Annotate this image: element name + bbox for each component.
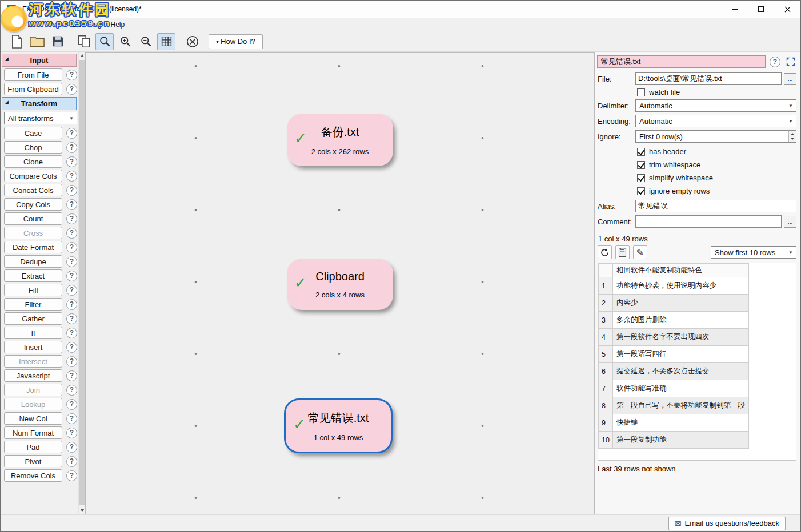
transform-button-gather[interactable]: Gather: [4, 312, 62, 325]
help-icon[interactable]: ?: [66, 156, 77, 167]
preview-table-viewport[interactable]: 相同软件不能复制功能特色 1功能特色抄袭，使用说明内容少2内容少3多余的图片删除…: [598, 263, 796, 461]
spin-down-icon[interactable]: [789, 136, 796, 142]
transform-button-if[interactable]: If: [4, 327, 62, 339]
help-icon[interactable]: ?: [66, 470, 77, 481]
transform-button-concat-cols[interactable]: Concat Cols: [4, 184, 62, 196]
transform-button-intersect[interactable]: Intersect: [4, 355, 62, 368]
transform-button-javascript[interactable]: Javascript: [4, 369, 62, 382]
trim-whitespace-checkbox[interactable]: [637, 161, 645, 169]
alias-input[interactable]: [635, 200, 796, 212]
transform-filter-select[interactable]: All transforms ▼: [4, 112, 77, 124]
feedback-button[interactable]: ✉ Email us questions/feedback: [668, 517, 786, 530]
transform-button-chop[interactable]: Chop: [4, 141, 62, 154]
encoding-select[interactable]: Automatic ▼: [635, 115, 796, 127]
simplify-whitespace-checkbox[interactable]: [637, 174, 645, 182]
transform-button-case[interactable]: Case: [4, 127, 62, 139]
file-browse-button[interactable]: ...: [784, 73, 796, 85]
help-icon[interactable]: ?: [66, 356, 77, 367]
transform-button-num-format[interactable]: Num Format: [4, 426, 62, 439]
help-icon[interactable]: ?: [66, 213, 77, 224]
grid-toggle-button[interactable]: [157, 33, 175, 50]
comment-input[interactable]: [635, 215, 782, 228]
canvas-node[interactable]: ✓常见错误.txt1 col x 49 rows: [284, 398, 393, 453]
help-icon[interactable]: ?: [66, 142, 77, 153]
help-icon[interactable]: ?: [66, 256, 77, 267]
zoom-button[interactable]: [95, 33, 114, 50]
transform-button-filter[interactable]: Filter: [4, 298, 62, 311]
ignore-rows-spinner[interactable]: First 0 row(s): [635, 130, 796, 143]
input-button-from-file[interactable]: From File: [4, 68, 62, 81]
scroll-down-icon[interactable]: [79, 507, 85, 514]
input-section-header[interactable]: ◢ Input: [2, 54, 77, 67]
zoom-in-button[interactable]: [116, 33, 134, 50]
help-icon[interactable]: ?: [66, 128, 77, 139]
transform-button-pad[interactable]: Pad: [4, 441, 62, 453]
how-do-i-button[interactable]: ▾ How Do I?: [209, 34, 263, 49]
save-button[interactable]: [49, 33, 67, 50]
transform-button-new-col[interactable]: New Col: [4, 412, 62, 425]
transform-button-extract[interactable]: Extract: [4, 269, 62, 282]
help-icon[interactable]: ?: [66, 442, 77, 453]
help-icon[interactable]: ?: [66, 328, 77, 338]
copy-button[interactable]: [75, 33, 93, 50]
transform-button-copy-cols[interactable]: Copy Cols: [4, 198, 62, 211]
open-file-button[interactable]: [28, 33, 46, 50]
transform-button-compare-cols[interactable]: Compare Cols: [4, 170, 62, 182]
transform-button-pivot[interactable]: Pivot: [4, 455, 62, 467]
help-icon[interactable]: ?: [66, 84, 77, 95]
help-icon[interactable]: ?: [770, 57, 780, 67]
sidebar-scrollbar[interactable]: [78, 52, 85, 514]
input-button-from-clipboard[interactable]: From Clipboard: [4, 83, 62, 95]
cancel-button[interactable]: [183, 33, 202, 50]
minimize-button[interactable]: [722, 1, 748, 18]
transform-button-clone[interactable]: Clone: [4, 155, 62, 168]
help-icon[interactable]: ?: [66, 399, 77, 410]
help-icon[interactable]: ?: [66, 428, 77, 438]
canvas[interactable]: ✓备份.txt2 cols x 262 rows✓Clipboard2 cols…: [85, 52, 594, 514]
close-button[interactable]: [774, 1, 800, 18]
maximize-button[interactable]: [748, 1, 774, 18]
scroll-up-icon[interactable]: [79, 52, 85, 59]
canvas-node[interactable]: ✓Clipboard2 cols x 4 rows: [287, 259, 393, 310]
transform-button-insert[interactable]: Insert: [4, 341, 62, 353]
help-icon[interactable]: ?: [66, 199, 77, 210]
new-file-button[interactable]: [7, 33, 26, 50]
zoom-out-button[interactable]: [137, 33, 155, 50]
help-icon[interactable]: ?: [66, 313, 77, 324]
help-icon[interactable]: ?: [66, 413, 77, 424]
scrollbar-thumb[interactable]: [79, 60, 85, 505]
transform-section-header[interactable]: ◢ Transform: [2, 97, 77, 110]
delimiter-select[interactable]: Automatic ▼: [635, 99, 796, 112]
help-icon[interactable]: ?: [66, 242, 77, 253]
transform-button-dedupe[interactable]: Dedupe: [4, 255, 62, 268]
help-icon[interactable]: ?: [66, 171, 77, 182]
help-icon[interactable]: ?: [66, 370, 77, 381]
refresh-button[interactable]: [598, 245, 612, 259]
transform-button-lookup[interactable]: Lookup: [4, 398, 62, 410]
transform-button-join[interactable]: Join: [4, 384, 62, 396]
expand-icon[interactable]: [784, 55, 797, 68]
spin-up-icon[interactable]: [789, 131, 796, 136]
help-icon[interactable]: ?: [66, 271, 77, 281]
transform-button-cross[interactable]: Cross: [4, 227, 62, 239]
edit-button[interactable]: ✎: [633, 245, 647, 259]
watch-file-checkbox[interactable]: [637, 88, 645, 96]
help-icon[interactable]: ?: [66, 228, 77, 239]
comment-browse-button[interactable]: ...: [784, 216, 796, 228]
help-icon[interactable]: ?: [66, 299, 77, 310]
transform-button-fill[interactable]: Fill: [4, 284, 62, 296]
help-icon[interactable]: ?: [66, 342, 77, 353]
has-header-checkbox[interactable]: [637, 148, 645, 156]
file-input[interactable]: [635, 72, 782, 85]
transform-button-count[interactable]: Count: [4, 212, 62, 225]
help-icon[interactable]: ?: [66, 185, 77, 196]
help-icon[interactable]: ?: [66, 70, 77, 80]
transform-button-date-format[interactable]: Date Format: [4, 241, 62, 253]
help-icon[interactable]: ?: [66, 385, 77, 396]
help-icon[interactable]: ?: [66, 456, 77, 467]
canvas-node[interactable]: ✓备份.txt2 cols x 262 rows: [287, 114, 393, 166]
ignore-empty-rows-checkbox[interactable]: [637, 187, 645, 195]
copy-to-clipboard-button[interactable]: [615, 245, 630, 259]
transform-button-remove-cols[interactable]: Remove Cols: [4, 469, 62, 482]
show-rows-select[interactable]: Show first 10 rows ▼: [711, 246, 796, 259]
